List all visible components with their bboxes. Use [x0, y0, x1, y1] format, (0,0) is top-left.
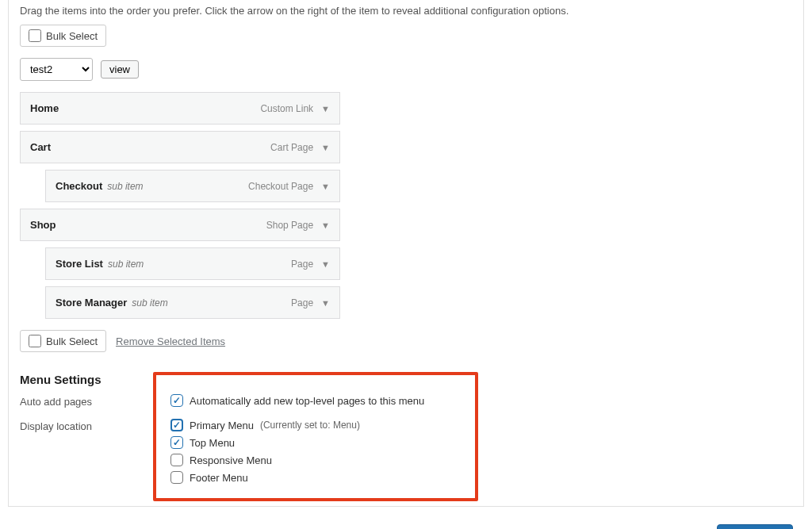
display-location-option-label: Footer Menu [190, 472, 248, 484]
display-location-checkbox[interactable] [170, 419, 183, 431]
chevron-down-icon[interactable]: ▼ [321, 298, 330, 308]
menu-items-list: HomeCustom Link▼CartCart Page▼Checkoutsu… [20, 92, 340, 319]
chevron-down-icon[interactable]: ▼ [321, 259, 330, 269]
display-location-options: Primary Menu (Currently set to: Menu)Top… [170, 419, 792, 484]
menu-item-title: Home [30, 102, 59, 114]
menu-item-subtext: sub item [132, 297, 167, 309]
chevron-down-icon[interactable]: ▼ [321, 143, 330, 152]
menu-item-type: Shop Page [266, 220, 313, 231]
menu-item[interactable]: Store Listsub itemPage▼ [45, 247, 340, 280]
instructions-text: Drag the items into the order you prefer… [20, 5, 792, 17]
footer-row: Delete Menu Save Menu [0, 515, 812, 529]
save-menu-button[interactable]: Save Menu [717, 524, 793, 529]
view-button[interactable]: view [101, 60, 139, 79]
menu-item-title: Store Manager [56, 297, 127, 309]
menu-picker-row: test2 view [20, 58, 792, 81]
menu-item-title: Store List [56, 258, 103, 270]
menu-settings-heading: Menu Settings [20, 373, 792, 386]
menu-item-subtext: sub item [108, 259, 144, 270]
menu-item[interactable]: HomeCustom Link▼ [20, 92, 340, 125]
display-location-option-label: Responsive Menu [190, 454, 272, 466]
menu-item-type: Page [291, 297, 313, 309]
display-location-label: Display location [20, 419, 170, 432]
bulk-select-bottom[interactable]: Bulk Select [20, 330, 106, 352]
bulk-select-top-checkbox[interactable] [29, 29, 41, 42]
menu-select-dropdown[interactable]: test2 [20, 58, 93, 81]
auto-add-pages-checkbox[interactable] [170, 394, 183, 407]
display-location-option-label: Primary Menu [190, 420, 254, 431]
menu-item-title: Cart [30, 141, 51, 153]
menu-item[interactable]: Checkoutsub itemCheckout Page▼ [45, 170, 340, 202]
menu-item-title: Shop [30, 219, 56, 231]
chevron-down-icon[interactable]: ▼ [321, 220, 330, 230]
menu-item-type: Checkout Page [248, 181, 313, 192]
bulk-select-row-top: Bulk Select [20, 25, 792, 47]
bulk-select-row-bottom: Bulk Select Remove Selected Items [20, 330, 792, 352]
menu-settings-section: Menu Settings Auto add pages Automatical… [20, 373, 792, 496]
menu-item[interactable]: CartCart Page▼ [20, 131, 340, 163]
display-location-checkbox[interactable] [170, 436, 183, 449]
auto-add-pages-text: Automatically add new top-level pages to… [190, 395, 424, 407]
menu-item[interactable]: ShopShop Page▼ [20, 209, 340, 241]
menu-item-subtext: sub item [107, 181, 143, 192]
bulk-select-top-label: Bulk Select [46, 30, 98, 42]
auto-add-pages-label: Auto add pages [20, 394, 170, 408]
display-location-checkbox[interactable] [170, 454, 183, 466]
bulk-select-bottom-checkbox[interactable] [29, 335, 41, 347]
bulk-select-bottom-label: Bulk Select [46, 335, 98, 347]
display-location-note: (Currently set to: Menu) [260, 420, 360, 431]
chevron-down-icon[interactable]: ▼ [321, 182, 330, 191]
menu-item-title: Checkout [56, 180, 102, 192]
menu-item[interactable]: Store Managersub itemPage▼ [45, 286, 340, 319]
display-location-option-label: Top Menu [190, 437, 235, 449]
menu-item-type: Cart Page [270, 142, 313, 153]
remove-selected-link[interactable]: Remove Selected Items [116, 335, 225, 347]
menu-item-type: Custom Link [260, 103, 313, 114]
display-location-checkbox[interactable] [170, 471, 183, 484]
menu-item-type: Page [291, 259, 313, 270]
bulk-select-top[interactable]: Bulk Select [20, 25, 106, 47]
chevron-down-icon[interactable]: ▼ [321, 104, 330, 113]
